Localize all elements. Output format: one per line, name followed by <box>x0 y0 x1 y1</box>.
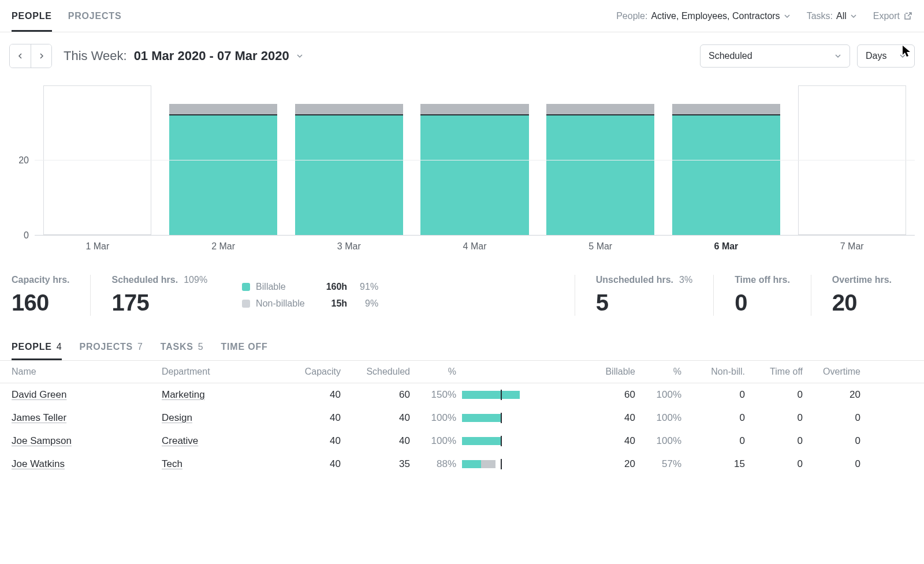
chart-xtick: 2 Mar <box>161 236 286 252</box>
next-week-button[interactable] <box>31 44 51 68</box>
mini-bar <box>462 414 520 422</box>
chart-bar[interactable] <box>672 104 780 235</box>
person-link[interactable]: David Green <box>12 389 66 400</box>
cell-overtime: 0 <box>803 458 860 470</box>
cell-billable: 40 <box>572 435 635 447</box>
col-overtime[interactable]: Overtime <box>803 367 860 377</box>
department-link[interactable]: Design <box>162 412 192 423</box>
chart-bar[interactable] <box>169 104 277 235</box>
col-scheduled[interactable]: Scheduled <box>341 367 410 377</box>
department-link[interactable]: Tech <box>162 458 182 469</box>
summary-unscheduled-value: 5 <box>596 290 692 316</box>
summary-unscheduled-label-text: Unscheduled hrs. <box>596 275 673 285</box>
chart-bar-empty <box>43 85 151 235</box>
top-filters: People: Active, Employees, Contractors T… <box>616 11 912 21</box>
week-range: 01 Mar 2020 - 07 Mar 2020 <box>134 48 289 64</box>
col-sched-pct[interactable]: % <box>410 367 462 377</box>
chart-xaxis: 1 Mar2 Mar3 Mar4 Mar5 Mar6 Mar7 Mar <box>9 236 915 252</box>
summary-timeoff: Time off hrs. 0 <box>713 275 811 316</box>
mini-bar-nonbillable <box>481 460 495 468</box>
col-bill-pct[interactable]: % <box>635 367 687 377</box>
summary-timeoff-label: Time off hrs. <box>735 275 790 285</box>
metric-select-value: Scheduled <box>709 51 752 61</box>
chart-bar[interactable] <box>420 104 528 235</box>
col-nonbill[interactable]: Non-bill. <box>687 367 745 377</box>
legend-nonbillable-swatch <box>242 300 250 308</box>
col-billable[interactable]: Billable <box>572 367 635 377</box>
chart-bar-slot <box>35 85 161 235</box>
metric-select[interactable]: Scheduled <box>700 44 850 68</box>
mini-bar-billable <box>462 460 481 468</box>
mini-bar <box>462 391 520 399</box>
department-link[interactable]: Marketing <box>162 389 205 400</box>
chart-ytick: 0 <box>24 230 29 241</box>
chart-xtick: 4 Mar <box>412 236 538 252</box>
summary-unscheduled-label: Unscheduled hrs. 3% <box>596 275 692 285</box>
cell-timeoff: 0 <box>745 435 803 447</box>
chart-bar-billable <box>546 115 654 235</box>
summary-overtime: Overtime hrs. 20 <box>811 275 912 316</box>
table-header: Name Department Capacity Scheduled % Bil… <box>0 361 924 383</box>
table-row: David GreenMarketing4060150%60100%0020 <box>0 383 924 406</box>
sub-tab-projects[interactable]: PROJECTS 7 <box>79 333 143 360</box>
chart-bar-slot <box>789 85 915 235</box>
top-bar: PEOPLE PROJECTS People: Active, Employee… <box>0 0 924 32</box>
prev-week-button[interactable] <box>10 44 31 68</box>
export-button[interactable]: Export <box>873 11 912 21</box>
summary-scheduled-label: Scheduled hrs. 109% <box>111 275 207 285</box>
col-department[interactable]: Department <box>162 367 271 377</box>
person-link[interactable]: Joe Watkins <box>12 458 65 469</box>
col-name[interactable]: Name <box>12 367 162 377</box>
week-picker[interactable]: This Week: 01 Mar 2020 - 07 Mar 2020 <box>64 48 303 64</box>
filter-tasks[interactable]: Tasks: All <box>807 11 857 21</box>
week-nav <box>9 44 52 68</box>
cell-name: David Green <box>12 389 162 401</box>
legend-nonbillable-hours: 15h <box>319 296 347 312</box>
top-tabs: PEOPLE PROJECTS <box>12 0 121 32</box>
filter-people[interactable]: People: Active, Employees, Contractors <box>616 11 790 21</box>
mini-bar-capacity-marker <box>501 459 502 469</box>
person-link[interactable]: James Teller <box>12 412 66 423</box>
department-link[interactable]: Creative <box>162 435 198 446</box>
person-link[interactable]: Joe Sampson <box>12 435 72 446</box>
legend-billable-swatch <box>242 283 250 291</box>
summary-scheduled-label-text: Scheduled hrs. <box>111 275 178 285</box>
tab-projects[interactable]: PROJECTS <box>68 0 122 32</box>
grouping-select[interactable]: Days <box>857 44 915 68</box>
chart-bar[interactable] <box>546 104 654 235</box>
cell-sched-pct: 100% <box>410 412 462 424</box>
cell-scheduled: 35 <box>341 458 410 470</box>
chevron-down-icon <box>850 13 857 20</box>
filter-people-label: People: <box>616 11 647 21</box>
chart-xtick: 1 Mar <box>35 236 161 252</box>
week-prefix: This Week: <box>64 48 127 64</box>
col-capacity[interactable]: Capacity <box>271 367 341 377</box>
cell-billable: 20 <box>572 458 635 470</box>
cell-bill-pct: 100% <box>635 435 687 447</box>
cell-capacity: 40 <box>271 435 341 447</box>
chart-bar-slot <box>161 85 286 235</box>
cell-overtime: 0 <box>803 412 860 424</box>
summary-capacity-label: Capacity hrs. <box>12 275 69 285</box>
chart-xtick: 7 Mar <box>789 236 915 252</box>
cell-capacity: 40 <box>271 458 341 470</box>
cell-bill-pct: 57% <box>635 458 687 470</box>
hours-chart: 020 <box>9 85 915 236</box>
table-row: James TellerDesign4040100%40100%000 <box>0 406 924 429</box>
filter-tasks-label: Tasks: <box>807 11 833 21</box>
controls-row: This Week: 01 Mar 2020 - 07 Mar 2020 Sch… <box>0 32 924 85</box>
chevron-down-icon <box>834 53 841 59</box>
table-body: David GreenMarketing4060150%60100%0020Ja… <box>0 383 924 476</box>
sub-tab-people[interactable]: PEOPLE 4 <box>12 333 62 360</box>
summary-timeoff-value: 0 <box>735 290 790 316</box>
cell-scheduled: 40 <box>341 435 410 447</box>
col-timeoff[interactable]: Time off <box>745 367 803 377</box>
chart-bar-slot <box>286 85 412 235</box>
cell-name: Joe Sampson <box>12 435 162 447</box>
sub-tabs: PEOPLE 4 PROJECTS 7 TASKS 5 TIME OFF <box>0 333 924 361</box>
cell-nonbill: 0 <box>687 389 745 401</box>
tab-people[interactable]: PEOPLE <box>12 0 52 32</box>
sub-tab-timeoff[interactable]: TIME OFF <box>221 333 268 360</box>
chart-bar[interactable] <box>295 104 403 235</box>
sub-tab-tasks[interactable]: TASKS 5 <box>161 333 204 360</box>
